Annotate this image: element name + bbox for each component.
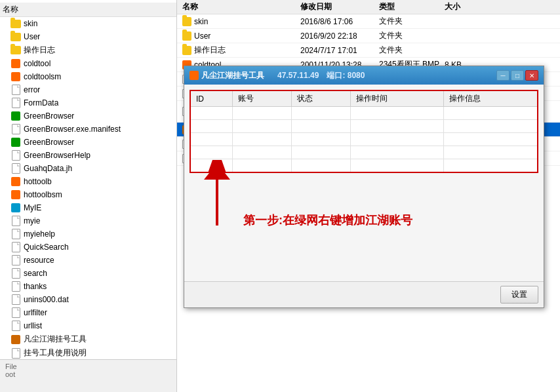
sidebar-item[interactable]: coldtool xyxy=(0,57,176,70)
file-name: search xyxy=(24,269,47,278)
file-name: 挂号工具使用说明 xyxy=(24,347,87,359)
sidebar-file-list[interactable]: skinUser操作日志coldtoolcoldtoolsmerrorFormD… xyxy=(0,17,176,392)
col-op-info: 操作信息 xyxy=(444,90,538,107)
row-type: 文件夹 xyxy=(379,16,445,27)
settings-button[interactable]: 设置 xyxy=(500,286,538,304)
sidebar: 名称 skinUser操作日志coldtoolcoldtoolsmerrorFo… xyxy=(0,0,177,392)
sidebar-item[interactable]: GreenBrowser xyxy=(0,136,176,149)
file-name: urlfilter xyxy=(24,308,47,317)
file-icon xyxy=(10,150,21,161)
row-name: skin xyxy=(194,17,208,26)
popup-footer: 设置 xyxy=(184,281,544,307)
col-size: 大小 xyxy=(445,1,484,12)
sidebar-item[interactable]: skin xyxy=(0,17,176,30)
hint-text: 第一步:在绿网右键增加江湖账号 xyxy=(243,212,460,228)
file-name: unins000.dat xyxy=(24,295,69,304)
sidebar-item[interactable]: hottoolbsm xyxy=(0,188,176,201)
arrow-indicator xyxy=(197,160,237,234)
sidebar-item[interactable]: resource xyxy=(0,254,176,267)
sidebar-item[interactable]: GuahqData.jh xyxy=(0,162,176,175)
sidebar-item[interactable]: 挂号工具使用说明 xyxy=(0,346,176,360)
row-type: 文件夹 xyxy=(379,30,445,41)
file-icon xyxy=(10,229,21,239)
sidebar-item[interactable]: 操作日志 xyxy=(0,43,176,57)
sidebar-item[interactable]: unins000.dat xyxy=(0,293,176,306)
sidebar-item[interactable]: search xyxy=(0,267,176,280)
file-icon xyxy=(10,71,21,82)
sidebar-col-name: 名称 xyxy=(3,4,18,15)
file-icon xyxy=(10,189,21,200)
popup-title-left: 凡尘江湖挂号工具 47.57.11.49 端口: 8080 xyxy=(190,70,365,81)
file-icon xyxy=(10,58,21,69)
table-header: 名称 修改日期 类型 大小 xyxy=(177,0,560,14)
file-icon xyxy=(10,321,21,331)
sidebar-item[interactable]: myiehelp xyxy=(0,227,176,241)
sidebar-item[interactable]: myie xyxy=(0,214,176,227)
row-type: 文件夹 xyxy=(379,45,445,56)
status-line2: oot xyxy=(5,370,171,378)
file-icon xyxy=(10,216,21,226)
col-status: 状态 xyxy=(291,90,350,107)
file-icon xyxy=(10,45,21,56)
sidebar-item[interactable]: User xyxy=(0,30,176,43)
table-row xyxy=(190,146,538,159)
file-name: thanks xyxy=(24,282,47,291)
file-icon xyxy=(10,348,21,359)
file-name: User xyxy=(24,32,40,41)
sidebar-item[interactable]: GreenBrowser xyxy=(0,109,176,123)
file-icon xyxy=(10,268,21,279)
popup-title-extra: 端口: 8080 xyxy=(327,70,365,81)
row-icon xyxy=(182,31,191,41)
popup-body: ID 账号 状态 操作时间 操作信息 xyxy=(184,85,544,281)
file-name: skin xyxy=(24,19,37,28)
sidebar-header: 名称 xyxy=(0,3,176,17)
sidebar-item[interactable]: 凡尘江湖挂号工具 xyxy=(0,332,176,346)
table-row xyxy=(190,159,538,172)
sidebar-item[interactable]: GreenBrowser.exe.manifest xyxy=(0,123,176,136)
sidebar-item[interactable]: GreenBrowserHelp xyxy=(0,149,176,162)
table-row[interactable]: skin2016/8/6 17:06文件夹 xyxy=(177,14,560,29)
sidebar-item[interactable]: urlfilter xyxy=(0,306,176,319)
sidebar-item[interactable]: urllist xyxy=(0,319,176,332)
col-modified: 修改日期 xyxy=(300,1,379,12)
row-modified: 2016/8/6 17:06 xyxy=(300,17,379,26)
file-name: coldtool xyxy=(24,59,50,68)
file-name: GreenBrowser xyxy=(24,111,74,121)
table-row[interactable]: User2016/9/20 22:18文件夹 xyxy=(177,29,560,43)
maximize-button[interactable]: □ xyxy=(511,70,524,81)
sidebar-item[interactable]: thanks xyxy=(0,280,176,293)
file-icon xyxy=(10,176,21,187)
row-icon xyxy=(182,17,191,26)
table-row[interactable]: 操作日志2024/7/17 17:01文件夹 xyxy=(177,43,560,58)
file-name: hottoolb xyxy=(24,177,52,186)
file-name: urllist xyxy=(24,321,42,330)
row-name: User xyxy=(194,31,210,41)
popup-window[interactable]: 凡尘江湖挂号工具 47.57.11.49 端口: 8080 ─ □ ✕ ID 账… xyxy=(184,66,544,308)
file-name: hottoolbsm xyxy=(24,190,62,199)
close-button[interactable]: ✕ xyxy=(525,70,538,81)
sidebar-item[interactable]: coldtoolsm xyxy=(0,70,176,83)
minimize-button[interactable]: ─ xyxy=(496,70,510,81)
sidebar-item[interactable]: error xyxy=(0,83,176,96)
file-name: resource xyxy=(24,256,54,265)
svg-marker-2 xyxy=(204,163,230,180)
file-icon xyxy=(10,18,21,29)
sidebar-item[interactable]: QuickSearch xyxy=(0,241,176,254)
status-line1: File xyxy=(5,363,171,370)
left-status-bar: File oot xyxy=(0,359,177,392)
sidebar-item[interactable]: FormData xyxy=(0,96,176,109)
row-modified: 2024/7/17 17:01 xyxy=(300,46,379,55)
file-icon xyxy=(10,242,21,252)
popup-controls: ─ □ ✕ xyxy=(496,70,538,81)
file-icon xyxy=(10,124,21,134)
file-name: MyIE xyxy=(24,203,41,212)
table-row xyxy=(190,107,538,120)
sidebar-item[interactable]: MyIE xyxy=(0,201,176,214)
file-name: GreenBrowser xyxy=(24,138,74,147)
popup-titlebar: 凡尘江湖挂号工具 47.57.11.49 端口: 8080 ─ □ ✕ xyxy=(184,66,544,85)
file-name: myie xyxy=(24,216,40,225)
sidebar-item[interactable]: hottoolb xyxy=(0,175,176,188)
file-name: error xyxy=(24,85,40,94)
file-name: QuickSearch xyxy=(24,243,69,252)
file-name: FormData xyxy=(24,98,58,108)
